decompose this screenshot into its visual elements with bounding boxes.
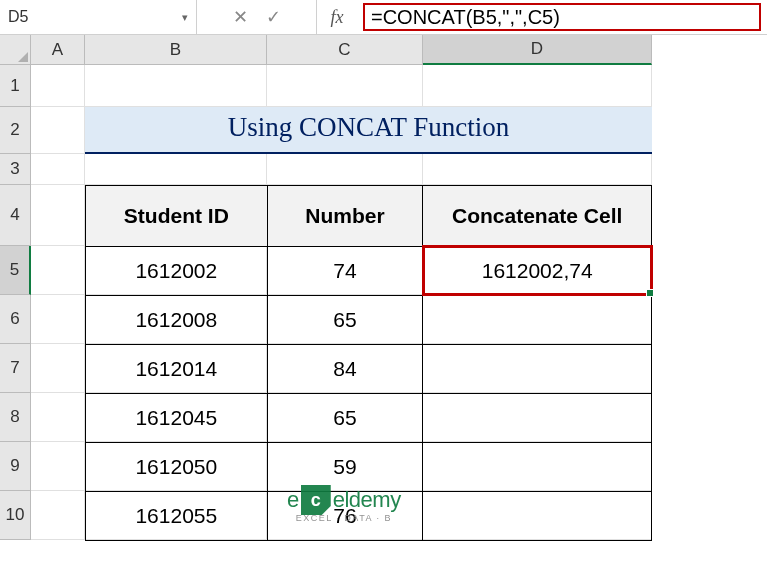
table-cell[interactable]: [423, 443, 652, 492]
accept-icon[interactable]: ✓: [266, 6, 281, 28]
table-cell[interactable]: 65: [267, 296, 423, 345]
table-cell[interactable]: 84: [267, 345, 423, 394]
cell[interactable]: [31, 442, 85, 491]
table-header: Concatenate Cell: [423, 186, 652, 247]
spreadsheet-grid: 12345678910 ABCD Using CONCAT FunctionSt…: [0, 35, 767, 579]
row-header-3[interactable]: 3: [0, 154, 31, 185]
table-cell[interactable]: [423, 296, 652, 345]
table-cell[interactable]: [423, 394, 652, 443]
table-cell[interactable]: 74: [267, 247, 423, 296]
cell[interactable]: [31, 65, 85, 107]
table-cell[interactable]: 1612014: [86, 345, 268, 394]
table-cell[interactable]: [423, 492, 652, 541]
cell[interactable]: [85, 65, 267, 107]
cell[interactable]: [423, 154, 652, 185]
col-headers: ABCD: [31, 35, 767, 65]
table-cell[interactable]: 1612002: [86, 247, 268, 296]
table-cell[interactable]: 65: [267, 394, 423, 443]
formula-input[interactable]: [363, 3, 761, 31]
row-header-8[interactable]: 8: [0, 393, 31, 442]
formula-bar-actions: ✕ ✓: [197, 0, 317, 34]
row-header-9[interactable]: 9: [0, 442, 31, 491]
row-header-10[interactable]: 10: [0, 491, 31, 540]
table-cell[interactable]: [423, 345, 652, 394]
row-headers: 12345678910: [0, 65, 31, 540]
col-header-C[interactable]: C: [267, 35, 423, 65]
cell[interactable]: [31, 295, 85, 344]
watermark-logo: e c eldemy EXCEL · DATA · B: [287, 485, 401, 523]
cell[interactable]: [31, 154, 85, 185]
cell[interactable]: [85, 154, 267, 185]
table-cell[interactable]: 1612002,74: [423, 247, 652, 296]
table-cell[interactable]: 1612008: [86, 296, 268, 345]
cell[interactable]: [31, 246, 85, 295]
cell[interactable]: [31, 344, 85, 393]
chevron-down-icon[interactable]: ▾: [182, 11, 188, 24]
row-header-6[interactable]: 6: [0, 295, 31, 344]
cell[interactable]: [423, 65, 652, 107]
watermark-prefix: e: [287, 487, 299, 513]
row-header-5[interactable]: 5: [0, 246, 31, 295]
table-header: Student ID: [86, 186, 268, 247]
table-cell[interactable]: 1612055: [86, 492, 268, 541]
row-header-4[interactable]: 4: [0, 185, 31, 246]
fx-icon[interactable]: fx: [317, 0, 357, 34]
watermark-suffix: eldemy: [333, 487, 401, 513]
col-header-D[interactable]: D: [423, 35, 652, 65]
formula-input-wrap: [357, 0, 767, 34]
table-cell[interactable]: 1612050: [86, 443, 268, 492]
name-box-text: D5: [8, 8, 28, 26]
cell[interactable]: [31, 185, 85, 246]
cell[interactable]: [31, 393, 85, 442]
cell[interactable]: [267, 65, 423, 107]
name-box[interactable]: D5 ▾: [0, 0, 197, 34]
cancel-icon[interactable]: ✕: [233, 6, 248, 28]
section-title: Using CONCAT Function: [85, 107, 652, 154]
cell[interactable]: [31, 491, 85, 540]
table-cell[interactable]: 1612045: [86, 394, 268, 443]
cell[interactable]: [31, 107, 85, 154]
formula-bar: D5 ▾ ✕ ✓ fx: [0, 0, 767, 35]
col-header-A[interactable]: A: [31, 35, 85, 65]
cells-area[interactable]: Using CONCAT FunctionStudent IDNumberCon…: [31, 65, 652, 540]
excel-icon: c: [301, 485, 331, 515]
row-header-7[interactable]: 7: [0, 344, 31, 393]
col-header-B[interactable]: B: [85, 35, 267, 65]
table-header: Number: [267, 186, 423, 247]
row-header-1[interactable]: 1: [0, 65, 31, 107]
select-all-corner[interactable]: [0, 35, 31, 65]
cell[interactable]: [267, 154, 423, 185]
row-header-2[interactable]: 2: [0, 107, 31, 154]
